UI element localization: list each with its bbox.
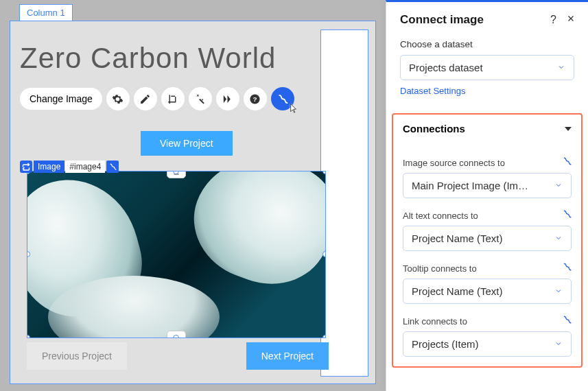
chevron-down-icon [554,338,563,350]
field-label: Image source connects to [403,158,505,168]
data-bind-icon[interactable] [562,262,572,274]
editor-canvas: Column 1 Zero Carbon World Change Image … [0,0,386,391]
cursor-icon [287,103,298,117]
edit-icon[interactable] [134,87,157,110]
dropdown-value: Project Name (Text) [412,285,503,297]
data-bind-icon[interactable] [562,315,572,327]
tooltip-dropdown[interactable]: Project Name (Text) [403,279,572,304]
previous-project-button[interactable]: Previous Project [27,342,127,370]
repeater-icon [20,161,32,173]
chevron-down-icon [554,233,563,244]
alt-text-field: Alt text connects to Project Name (Text) [403,209,572,251]
page-title: Zero Carbon World [20,42,371,75]
dropdown-value: Main Project Image (Im… [412,180,528,191]
resize-handle[interactable] [322,251,326,257]
image-toolbar: Change Image ? [20,87,371,110]
help-icon[interactable]: ? [550,14,556,26]
close-icon[interactable] [566,14,576,26]
chevron-down-icon [554,180,563,191]
dataset-dropdown[interactable]: Projects dataset [400,55,574,80]
link-field: Link connects to Projects (Item) [403,315,572,357]
svg-text:?: ? [253,95,257,103]
selection-label-bar: Image #image4 [20,161,119,173]
dataset-dropdown-value: Projects dataset [409,62,483,73]
chevron-down-icon [557,62,565,73]
resize-handle[interactable] [173,335,179,338]
connect-data-icon[interactable] [271,87,294,110]
connect-image-panel: Connect image ? Choose a dataset Project… [386,0,588,391]
selected-image[interactable] [27,171,326,338]
chevron-down-icon [554,285,563,297]
connections-header[interactable]: Connections [393,115,581,143]
data-bind-icon[interactable] [562,156,572,169]
dataset-section: Choose a dataset Projects dataset Datase… [386,39,588,106]
choose-dataset-label: Choose a dataset [400,39,574,49]
column-tab[interactable]: Column 1 [19,4,73,21]
selection-type-tag: Image [34,161,64,173]
change-image-button[interactable]: Change Image [20,88,102,110]
animation-icon[interactable] [216,87,239,110]
column-container: Zero Carbon World Change Image ? [10,21,376,384]
gear-icon[interactable] [106,87,130,110]
image-source-field: Image source connects to Main Project Im… [403,156,572,198]
field-label: Alt text connects to [403,211,478,221]
connections-title: Connections [403,123,465,134]
image-source-dropdown[interactable]: Main Project Image (Im… [403,173,572,198]
resize-handle[interactable] [27,335,30,338]
next-project-button[interactable]: Next Project [246,342,329,370]
view-project-button[interactable]: View Project [141,131,233,156]
chevron-down-icon [565,127,572,131]
panel-header: Connect image ? [386,2,588,39]
resize-handle[interactable] [322,335,326,338]
help-icon[interactable]: ? [244,87,267,110]
data-bind-badge-icon [106,161,119,173]
crop-icon[interactable] [161,87,185,110]
magic-wand-icon[interactable] [189,87,212,110]
nav-buttons: Previous Project Next Project [27,342,329,370]
connections-section: Connections Image source connects to Mai… [392,113,583,368]
dropdown-value: Project Name (Text) [412,233,503,244]
adjacent-column [320,29,368,377]
dataset-settings-link[interactable]: Dataset Settings [400,86,465,96]
field-label: Tooltip connects to [403,263,477,274]
tooltip-field: Tooltip connects to Project Name (Text) [403,262,572,304]
link-dropdown[interactable]: Projects (Item) [403,331,572,357]
selection-id-tag: #image4 [65,161,105,173]
data-bind-icon[interactable] [562,209,572,222]
alt-text-dropdown[interactable]: Project Name (Text) [403,226,572,251]
dropdown-value: Projects (Item) [412,338,479,350]
resize-handle[interactable] [322,171,326,174]
panel-title: Connect image [400,13,484,27]
field-label: Link connects to [403,316,467,327]
